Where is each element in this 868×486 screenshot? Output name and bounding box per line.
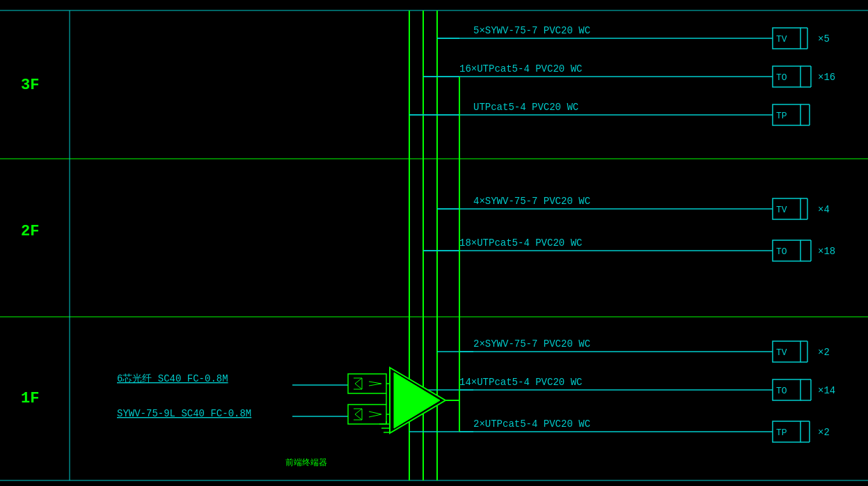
svg-text:TV: TV: [776, 34, 787, 45]
svg-text:×14: ×14: [818, 385, 835, 396]
svg-text:TV: TV: [776, 347, 787, 358]
diagram-svg: TV TO TP ×5 ×16 5×SYWV-75-7 PVC20 WC 16×…: [0, 0, 868, 486]
svg-text:SYWV-75-9L SC40 FC-0.8M: SYWV-75-9L SC40 FC-0.8M: [117, 408, 251, 419]
svg-text:TV: TV: [776, 205, 787, 215]
svg-text:前端终端器: 前端终端器: [285, 458, 327, 468]
svg-text:TO: TO: [776, 246, 787, 257]
svg-text:4×SYWV-75-7 PVC20 WC: 4×SYWV-75-7 PVC20 WC: [473, 196, 590, 207]
svg-text:2×SYWV-75-7 PVC20 WC: 2×SYWV-75-7 PVC20 WC: [473, 338, 590, 350]
svg-text:TO: TO: [776, 72, 787, 83]
svg-text:TP: TP: [776, 428, 787, 438]
svg-text:×2: ×2: [818, 427, 830, 438]
svg-text:5×SYWV-75-7 PVC20 WC: 5×SYWV-75-7 PVC20 WC: [473, 25, 590, 36]
svg-text:18×UTPcat5-4 PVC20 WC: 18×UTPcat5-4 PVC20 WC: [459, 237, 582, 249]
svg-text:×5: ×5: [818, 33, 830, 45]
svg-text:×2: ×2: [818, 347, 830, 358]
svg-marker-98: [394, 373, 440, 428]
svg-text:6芯光纤 SC40 FC-0.8M: 6芯光纤 SC40 FC-0.8M: [117, 373, 228, 384]
svg-text:UTPcat5-4 PVC20 WC: UTPcat5-4 PVC20 WC: [473, 102, 578, 113]
svg-text:×18: ×18: [818, 246, 835, 257]
svg-text:×16: ×16: [818, 72, 835, 83]
svg-text:16×UTPcat5-4 PVC20 WC: 16×UTPcat5-4 PVC20 WC: [459, 63, 582, 75]
svg-text:2×UTPcat5-4 PVC20 WC: 2×UTPcat5-4 PVC20 WC: [473, 418, 590, 430]
svg-text:TP: TP: [776, 111, 787, 121]
svg-text:×4: ×4: [818, 204, 830, 215]
diagram-container: 3F 2F 1F TV TO TP: [0, 0, 868, 486]
svg-text:14×UTPcat5-4 PVC20 WC: 14×UTPcat5-4 PVC20 WC: [459, 377, 582, 388]
svg-text:TO: TO: [776, 386, 787, 396]
